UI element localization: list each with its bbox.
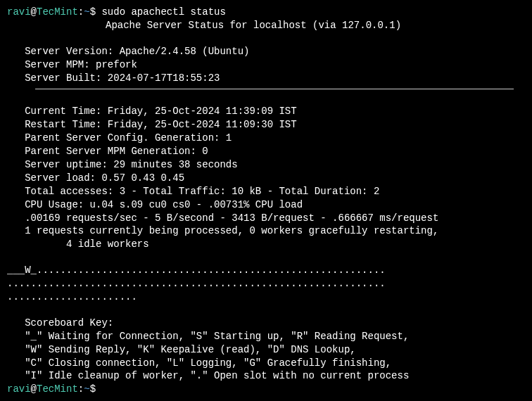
prompt-line-1[interactable]: ravi@TecMint:~$ sudo apachectl status — [7, 6, 525, 19]
scoreboard-key-4: "I" Idle cleanup of worker, "." Open slo… — [7, 369, 525, 383]
restart-time: Restart Time: Friday, 25-Oct-2024 11:09:… — [7, 118, 525, 132]
prompt-user: ravi — [7, 383, 31, 395]
prompt-colon: : — [78, 6, 84, 18]
prompt-colon: : — [78, 383, 84, 395]
cpu-usage: CPU Usage: u.04 s.09 cu0 cs0 - .00731% C… — [7, 198, 525, 212]
status-header: Apache Server Status for localhost (via … — [7, 19, 525, 32]
requests-sec: .00169 requests/sec - 5 B/second - 3413 … — [7, 212, 525, 225]
workers-line1: 1 requests currently being processed, 0 … — [7, 224, 525, 238]
prompt-dollar: $ — [90, 383, 102, 395]
blank-line — [7, 92, 525, 105]
prompt-at: @ — [31, 383, 37, 395]
server-load: Server load: 0.57 0.43 0.45 — [7, 172, 525, 185]
scoreboard-row2: ........................................… — [7, 277, 525, 291]
scoreboard-key-header: Scoreboard Key: — [7, 317, 525, 330]
server-version: Server Version: Apache/2.4.58 (Ubuntu) — [7, 45, 525, 58]
prompt-path: ~ — [84, 6, 89, 18]
scoreboard-key-2: "W" Sending Reply, "K" Keepalive (read),… — [7, 343, 525, 357]
prompt-host: TecMint — [37, 383, 78, 395]
scoreboard-key-1: "_" Waiting for Connection, "S" Starting… — [7, 330, 525, 343]
prompt-line-2[interactable]: ravi@TecMint:~$ — [7, 383, 525, 396]
prompt-user: ravi — [7, 6, 31, 18]
scoreboard-row1: ___W_...................................… — [7, 264, 525, 277]
divider — [35, 89, 514, 89]
total-traffic: Total accesses: 3 - Total Traffic: 10 kB… — [7, 185, 525, 198]
prompt-path: ~ — [84, 383, 89, 395]
server-mpm: Server MPM: prefork — [7, 58, 525, 72]
prompt-at: @ — [31, 6, 37, 18]
server-uptime: Server uptime: 29 minutes 38 seconds — [7, 158, 525, 172]
parent-config: Parent Server Config. Generation: 1 — [7, 132, 525, 145]
command-text: sudo apachectl status — [101, 6, 225, 18]
prompt-host: TecMint — [37, 6, 78, 18]
prompt-dollar: $ — [90, 6, 102, 18]
server-built: Server Built: 2024-07-17T18:55:23 — [7, 72, 525, 85]
scoreboard-key-3: "C" Closing connection, "L" Logging, "G"… — [7, 357, 525, 370]
blank-line — [7, 304, 525, 317]
scoreboard-row3: ...................... — [7, 291, 525, 304]
blank-line — [7, 251, 525, 264]
parent-mpm: Parent Server MPM Generation: 0 — [7, 145, 525, 158]
workers-line2: 4 idle workers — [7, 238, 525, 251]
current-time: Current Time: Friday, 25-Oct-2024 11:39:… — [7, 105, 525, 118]
blank-line — [7, 32, 525, 45]
